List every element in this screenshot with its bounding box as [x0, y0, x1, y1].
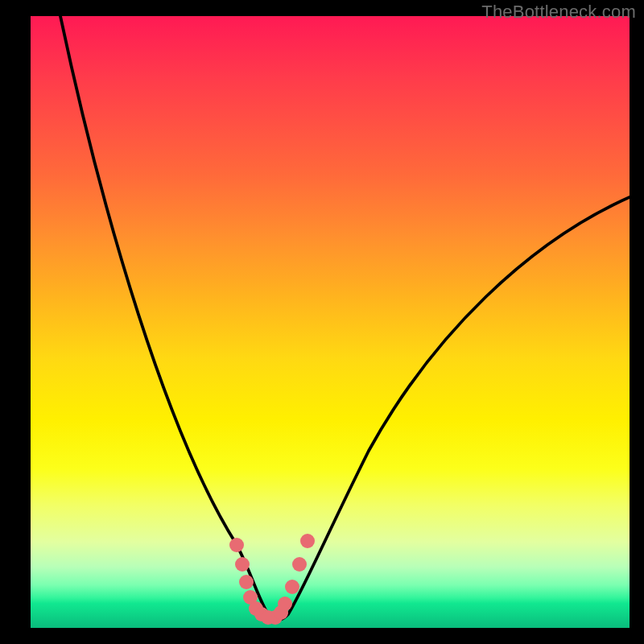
svg-point-10: [285, 580, 299, 594]
svg-point-0: [229, 538, 244, 552]
plot-area: [31, 16, 630, 628]
svg-point-12: [300, 534, 315, 548]
bottleneck-curve: [60, 16, 630, 620]
svg-point-1: [235, 557, 250, 572]
svg-point-2: [239, 575, 254, 589]
bottleneck-curve-svg: [31, 16, 630, 628]
svg-point-9: [278, 597, 292, 611]
svg-point-11: [292, 557, 307, 572]
highlight-markers: [229, 534, 315, 625]
watermark-text: TheBottleneck.com: [481, 2, 636, 23]
chart-frame: TheBottleneck.com: [0, 0, 644, 644]
